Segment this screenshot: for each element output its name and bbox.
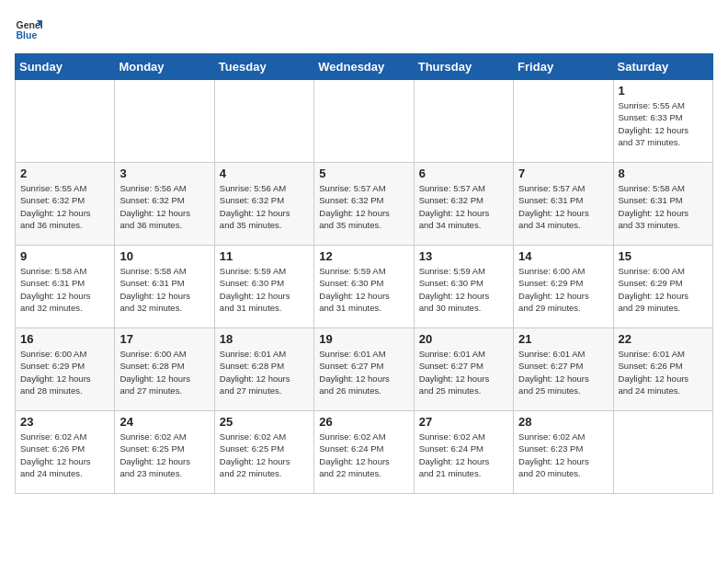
day-cell: 3Sunrise: 5:56 AM Sunset: 6:32 PM Daylig… [115,163,214,246]
day-number: 28 [518,415,608,429]
day-cell: 6Sunrise: 5:57 AM Sunset: 6:32 PM Daylig… [414,163,513,246]
day-cell [115,80,214,163]
week-row-1: 1Sunrise: 5:55 AM Sunset: 6:33 PM Daylig… [16,80,713,163]
logo-icon: General Blue [15,15,42,42]
header-day-saturday: Saturday [613,54,712,80]
day-info: Sunrise: 6:00 AM Sunset: 6:29 PM Dayligh… [20,348,109,396]
day-number: 15 [619,249,708,263]
day-number: 4 [220,167,309,180]
day-info: Sunrise: 6:00 AM Sunset: 6:29 PM Dayligh… [518,265,608,314]
day-cell: 4Sunrise: 5:56 AM Sunset: 6:32 PM Daylig… [214,163,313,246]
day-cell: 14Sunrise: 6:00 AM Sunset: 6:29 PM Dayli… [514,246,613,328]
day-cell [514,80,613,163]
day-cell: 18Sunrise: 6:01 AM Sunset: 6:28 PM Dayli… [214,328,313,411]
day-number: 25 [220,415,309,429]
day-cell: 20Sunrise: 6:01 AM Sunset: 6:27 PM Dayli… [414,328,513,411]
day-number: 14 [518,249,608,263]
day-info: Sunrise: 6:01 AM Sunset: 6:27 PM Dayligh… [319,348,408,396]
week-row-3: 9Sunrise: 5:58 AM Sunset: 6:31 PM Daylig… [16,246,713,328]
day-info: Sunrise: 5:55 AM Sunset: 6:32 PM Dayligh… [20,182,109,231]
day-info: Sunrise: 5:59 AM Sunset: 6:30 PM Dayligh… [419,265,508,314]
day-info: Sunrise: 5:57 AM Sunset: 6:31 PM Dayligh… [518,182,608,231]
day-info: Sunrise: 5:59 AM Sunset: 6:30 PM Dayligh… [220,265,309,314]
day-number: 3 [119,167,209,180]
day-cell: 5Sunrise: 5:57 AM Sunset: 6:32 PM Daylig… [314,163,414,246]
day-info: Sunrise: 6:02 AM Sunset: 6:26 PM Dayligh… [20,431,109,479]
day-number: 24 [119,415,209,429]
day-info: Sunrise: 6:00 AM Sunset: 6:28 PM Dayligh… [119,348,209,396]
day-info: Sunrise: 5:58 AM Sunset: 6:31 PM Dayligh… [619,182,708,231]
svg-text:Blue: Blue [17,29,38,40]
day-number: 12 [319,249,408,263]
day-number: 19 [319,332,408,346]
day-info: Sunrise: 5:57 AM Sunset: 6:32 PM Dayligh… [319,182,408,231]
day-cell: 11Sunrise: 5:59 AM Sunset: 6:30 PM Dayli… [214,246,313,328]
calendar-table: SundayMondayTuesdayWednesdayThursdayFrid… [15,53,713,494]
day-info: Sunrise: 6:02 AM Sunset: 6:24 PM Dayligh… [319,431,408,479]
day-number: 20 [419,332,508,346]
day-number: 11 [220,249,309,263]
day-cell: 12Sunrise: 5:59 AM Sunset: 6:30 PM Dayli… [314,246,414,328]
day-info: Sunrise: 5:57 AM Sunset: 6:32 PM Dayligh… [419,182,508,231]
day-info: Sunrise: 6:01 AM Sunset: 6:26 PM Dayligh… [619,348,708,396]
day-cell: 21Sunrise: 6:01 AM Sunset: 6:27 PM Dayli… [514,328,613,411]
day-info: Sunrise: 6:01 AM Sunset: 6:28 PM Dayligh… [220,348,309,396]
header-day-friday: Friday [514,54,613,80]
day-cell: 17Sunrise: 6:00 AM Sunset: 6:28 PM Dayli… [115,328,214,411]
header-day-monday: Monday [115,54,214,80]
day-number: 6 [419,167,508,180]
day-cell: 8Sunrise: 5:58 AM Sunset: 6:31 PM Daylig… [613,163,712,246]
day-number: 23 [20,415,109,429]
day-number: 10 [119,249,209,263]
day-cell [314,80,414,163]
day-cell: 2Sunrise: 5:55 AM Sunset: 6:32 PM Daylig… [16,163,115,246]
day-number: 22 [619,332,708,346]
day-cell [414,80,513,163]
day-cell: 24Sunrise: 6:02 AM Sunset: 6:25 PM Dayli… [115,411,214,494]
header-day-sunday: Sunday [16,54,115,80]
day-info: Sunrise: 5:58 AM Sunset: 6:31 PM Dayligh… [20,265,109,314]
day-number: 7 [518,167,608,180]
week-row-2: 2Sunrise: 5:55 AM Sunset: 6:32 PM Daylig… [16,163,713,246]
day-info: Sunrise: 6:02 AM Sunset: 6:23 PM Dayligh… [518,431,608,479]
day-info: Sunrise: 5:55 AM Sunset: 6:33 PM Dayligh… [619,99,708,148]
day-number: 8 [619,167,708,180]
day-number: 2 [20,167,109,180]
week-row-4: 16Sunrise: 6:00 AM Sunset: 6:29 PM Dayli… [16,328,713,411]
day-number: 26 [319,415,408,429]
day-cell: 13Sunrise: 5:59 AM Sunset: 6:30 PM Dayli… [414,246,513,328]
header-day-tuesday: Tuesday [214,54,313,80]
day-cell: 16Sunrise: 6:00 AM Sunset: 6:29 PM Dayli… [16,328,115,411]
day-cell: 23Sunrise: 6:02 AM Sunset: 6:26 PM Dayli… [16,411,115,494]
day-info: Sunrise: 5:56 AM Sunset: 6:32 PM Dayligh… [119,182,209,231]
day-info: Sunrise: 6:02 AM Sunset: 6:25 PM Dayligh… [220,431,309,479]
day-cell [16,80,115,163]
day-info: Sunrise: 6:01 AM Sunset: 6:27 PM Dayligh… [518,348,608,396]
day-info: Sunrise: 5:56 AM Sunset: 6:32 PM Dayligh… [220,182,309,231]
day-number: 5 [319,167,408,180]
day-number: 21 [518,332,608,346]
day-number: 17 [119,332,209,346]
day-cell: 1Sunrise: 5:55 AM Sunset: 6:33 PM Daylig… [613,80,712,163]
day-cell [214,80,313,163]
day-number: 16 [20,332,109,346]
day-cell: 25Sunrise: 6:02 AM Sunset: 6:25 PM Dayli… [214,411,313,494]
day-cell: 19Sunrise: 6:01 AM Sunset: 6:27 PM Dayli… [314,328,414,411]
day-cell: 22Sunrise: 6:01 AM Sunset: 6:26 PM Dayli… [613,328,712,411]
day-number: 18 [220,332,309,346]
day-cell: 9Sunrise: 5:58 AM Sunset: 6:31 PM Daylig… [16,246,115,328]
day-info: Sunrise: 6:01 AM Sunset: 6:27 PM Dayligh… [419,348,508,396]
day-info: Sunrise: 6:00 AM Sunset: 6:29 PM Dayligh… [619,265,708,314]
day-cell: 28Sunrise: 6:02 AM Sunset: 6:23 PM Dayli… [514,411,613,494]
day-cell: 26Sunrise: 6:02 AM Sunset: 6:24 PM Dayli… [314,411,414,494]
header-day-wednesday: Wednesday [314,54,414,80]
header-day-thursday: Thursday [414,54,513,80]
day-info: Sunrise: 5:58 AM Sunset: 6:31 PM Dayligh… [119,265,209,314]
calendar-header: SundayMondayTuesdayWednesdayThursdayFrid… [16,54,713,80]
calendar-body: 1Sunrise: 5:55 AM Sunset: 6:33 PM Daylig… [16,80,713,494]
logo: General Blue [15,15,46,42]
day-cell: 7Sunrise: 5:57 AM Sunset: 6:31 PM Daylig… [514,163,613,246]
day-number: 9 [20,249,109,263]
day-cell: 27Sunrise: 6:02 AM Sunset: 6:24 PM Dayli… [414,411,513,494]
day-cell [613,411,712,494]
